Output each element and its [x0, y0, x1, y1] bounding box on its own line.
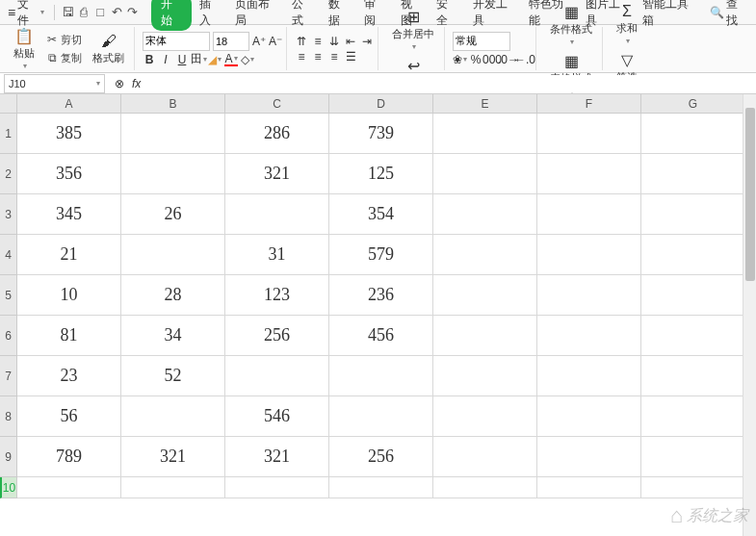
undo-icon[interactable]: ↶: [110, 5, 124, 20]
comma-icon[interactable]: 000: [485, 53, 499, 66]
cell-D9[interactable]: 256: [329, 437, 433, 477]
cell-F10[interactable]: [537, 477, 641, 498]
redo-icon[interactable]: ↷: [126, 5, 141, 20]
cell-G10[interactable]: [641, 477, 745, 498]
cell-B5[interactable]: 28: [121, 275, 225, 316]
cell-F2[interactable]: [537, 154, 641, 194]
cell-A6[interactable]: 81: [17, 316, 121, 356]
row-header-10[interactable]: 10: [0, 477, 17, 498]
fill-color-icon[interactable]: ◢: [208, 53, 222, 66]
cond-format-button[interactable]: ▦条件格式: [544, 1, 598, 48]
cell-B10[interactable]: [121, 477, 225, 498]
cell-B7[interactable]: 52: [121, 356, 225, 396]
align-top-icon[interactable]: ⇈: [295, 35, 308, 48]
copy-button[interactable]: ⧉复制: [43, 49, 84, 66]
indent-decrease-icon[interactable]: ⇤: [344, 35, 357, 48]
cell-C7[interactable]: [225, 356, 329, 396]
cell-D5[interactable]: 236: [329, 275, 433, 316]
decrease-font-icon[interactable]: A⁻: [269, 35, 282, 48]
underline-icon[interactable]: U: [175, 53, 189, 66]
increase-font-icon[interactable]: A⁺: [252, 35, 266, 48]
fx-icon[interactable]: fx: [132, 77, 141, 90]
merge-button[interactable]: ⊞合并居中: [386, 6, 440, 53]
italic-icon[interactable]: I: [159, 53, 172, 66]
select-all-corner[interactable]: [0, 94, 17, 114]
cell-F7[interactable]: [537, 356, 641, 396]
border-icon[interactable]: 田: [192, 53, 205, 66]
font-name-select[interactable]: [143, 32, 210, 51]
cell-A8[interactable]: 56: [17, 396, 121, 437]
cell-E8[interactable]: [433, 396, 537, 437]
cell-D2[interactable]: 125: [329, 154, 433, 194]
cell-E5[interactable]: [433, 275, 537, 316]
cell-B2[interactable]: [121, 154, 225, 194]
row-header-7[interactable]: 7: [0, 356, 17, 396]
cell-A5[interactable]: 10: [17, 275, 121, 316]
row-header-1[interactable]: 1: [0, 114, 17, 154]
save-icon[interactable]: 🖫: [61, 5, 75, 20]
row-header-9[interactable]: 9: [0, 437, 17, 477]
clear-icon[interactable]: ◇: [241, 53, 254, 66]
paste-button[interactable]: 📋粘贴: [8, 25, 40, 72]
cell-G2[interactable]: [641, 154, 745, 194]
cell-E10[interactable]: [433, 477, 537, 498]
cell-D7[interactable]: [329, 356, 433, 396]
sum-button[interactable]: Σ求和: [611, 1, 643, 47]
format-painter-button[interactable]: 🖌格式刷: [87, 31, 130, 67]
tab-start[interactable]: 开始: [151, 0, 191, 31]
cell-G1[interactable]: [641, 114, 745, 154]
cell-B9[interactable]: 321: [121, 437, 225, 477]
number-format-select[interactable]: [453, 32, 510, 51]
cell-G8[interactable]: [641, 396, 745, 437]
col-header-A[interactable]: A: [17, 94, 121, 114]
currency-icon[interactable]: ❀: [453, 53, 466, 66]
cell-B4[interactable]: [121, 235, 225, 275]
cell-C8[interactable]: 546: [225, 396, 329, 437]
indent-increase-icon[interactable]: ⇥: [360, 35, 374, 48]
align-right-icon[interactable]: ≡: [327, 50, 341, 64]
bold-icon[interactable]: B: [143, 53, 156, 66]
cell-A9[interactable]: 789: [17, 437, 121, 477]
cell-E9[interactable]: [433, 437, 537, 477]
cell-E7[interactable]: [433, 356, 537, 396]
cancel-icon[interactable]: ⊗: [113, 77, 126, 90]
col-header-C[interactable]: C: [225, 94, 329, 114]
cell-D8[interactable]: [329, 396, 433, 437]
cell-E3[interactable]: [433, 194, 537, 235]
cell-B6[interactable]: 34: [121, 316, 225, 356]
cell-A4[interactable]: 21: [17, 235, 121, 275]
col-header-G[interactable]: G: [641, 94, 745, 114]
dec-decimal-icon[interactable]: ←.0: [518, 53, 532, 66]
row-header-6[interactable]: 6: [0, 316, 17, 356]
cell-E2[interactable]: [433, 154, 537, 194]
row-header-8[interactable]: 8: [0, 396, 17, 437]
cell-C10[interactable]: [225, 477, 329, 498]
justify-icon[interactable]: ☰: [344, 50, 357, 64]
cell-F3[interactable]: [537, 194, 641, 235]
font-size-select[interactable]: [213, 32, 249, 51]
cell-D10[interactable]: [329, 477, 433, 498]
cell-F4[interactable]: [537, 235, 641, 275]
row-header-5[interactable]: 5: [0, 275, 17, 316]
cell-B3[interactable]: 26: [121, 194, 225, 235]
row-header-4[interactable]: 4: [0, 235, 17, 275]
col-header-F[interactable]: F: [537, 94, 641, 114]
col-header-E[interactable]: E: [433, 94, 537, 114]
cell-D6[interactable]: 456: [329, 316, 433, 356]
cell-G3[interactable]: [641, 194, 745, 235]
cell-F8[interactable]: [537, 396, 641, 437]
row-header-3[interactable]: 3: [0, 194, 17, 235]
font-color-icon[interactable]: A: [224, 53, 238, 66]
print-icon[interactable]: ⎙: [77, 5, 91, 20]
col-header-B[interactable]: B: [121, 94, 225, 114]
cell-C6[interactable]: 256: [225, 316, 329, 356]
cell-D4[interactable]: 579: [329, 235, 433, 275]
cell-C1[interactable]: 286: [225, 114, 329, 154]
cell-G6[interactable]: [641, 316, 745, 356]
preview-icon[interactable]: □: [93, 5, 108, 20]
align-middle-icon[interactable]: ≡: [311, 35, 325, 48]
cell-F6[interactable]: [537, 316, 641, 356]
scroll-thumb[interactable]: [745, 108, 755, 281]
cell-C5[interactable]: 123: [225, 275, 329, 316]
cell-C2[interactable]: 321: [225, 154, 329, 194]
